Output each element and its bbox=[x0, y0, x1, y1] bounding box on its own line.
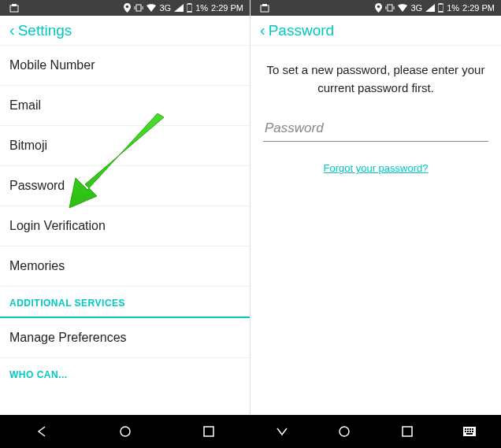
vibrate-icon bbox=[134, 4, 143, 12]
svg-rect-29 bbox=[469, 431, 471, 432]
list-item-email[interactable]: Email bbox=[0, 86, 250, 126]
svg-rect-3 bbox=[136, 5, 141, 11]
svg-rect-24 bbox=[467, 428, 469, 430]
location-icon bbox=[375, 3, 382, 13]
svg-point-11 bbox=[377, 6, 380, 9]
svg-rect-10 bbox=[262, 4, 267, 6]
back-icon[interactable]: ‹ bbox=[257, 21, 269, 39]
svg-point-20 bbox=[340, 427, 349, 436]
vibrate-icon bbox=[385, 4, 395, 12]
nav-recent-icon[interactable] bbox=[202, 424, 216, 439]
navbar-left bbox=[0, 415, 250, 448]
time-label: 2:29 PM bbox=[462, 3, 495, 13]
header-title: Settings bbox=[18, 22, 72, 39]
status-bar: 3G 1% 2:29 PM bbox=[250, 0, 501, 16]
svg-rect-27 bbox=[465, 431, 466, 432]
svg-rect-25 bbox=[469, 428, 471, 430]
battery-icon bbox=[187, 3, 192, 13]
svg-rect-28 bbox=[467, 431, 469, 432]
header: ‹ Settings bbox=[0, 16, 250, 46]
wifi-icon bbox=[147, 4, 156, 12]
section-additional-services: ADDITIONAL SERVICES bbox=[0, 287, 250, 318]
nav-back-icon[interactable] bbox=[275, 424, 289, 439]
screenshot-icon bbox=[257, 3, 269, 13]
svg-rect-9 bbox=[261, 6, 269, 12]
svg-rect-23 bbox=[465, 428, 466, 430]
list-item-password[interactable]: Password bbox=[0, 166, 250, 206]
password-body: To set a new password, please enter your… bbox=[250, 46, 501, 175]
svg-rect-30 bbox=[472, 431, 473, 432]
svg-rect-12 bbox=[388, 5, 392, 11]
svg-rect-17 bbox=[439, 11, 443, 13]
header: ‹ Password bbox=[250, 16, 501, 46]
battery-icon bbox=[438, 3, 443, 13]
nav-back-icon[interactable] bbox=[35, 424, 49, 439]
status-bar: 3G 1% 2:29 PM bbox=[0, 0, 250, 16]
nav-keyboard-icon[interactable] bbox=[462, 424, 477, 439]
settings-list: Mobile Number Email Bitmoji Password Log… bbox=[0, 46, 250, 415]
forgot-password-link[interactable]: Forgot your password? bbox=[324, 162, 429, 174]
svg-rect-0 bbox=[10, 6, 18, 12]
android-navbar bbox=[0, 415, 501, 448]
list-item-mobile-number[interactable]: Mobile Number bbox=[0, 46, 250, 86]
signal-icon bbox=[425, 4, 435, 12]
svg-point-18 bbox=[121, 427, 130, 436]
password-input[interactable] bbox=[263, 116, 488, 142]
svg-rect-8 bbox=[187, 11, 191, 13]
svg-point-2 bbox=[126, 6, 129, 9]
screenshot-icon bbox=[6, 3, 19, 13]
settings-screen: 3G 1% 2:29 PM ‹ Settings Mobile Number E… bbox=[0, 0, 250, 415]
svg-rect-1 bbox=[12, 4, 17, 6]
svg-rect-21 bbox=[403, 427, 412, 436]
wifi-icon bbox=[398, 4, 407, 12]
section-who-can: WHO CAN... bbox=[0, 358, 250, 382]
time-label: 2:29 PM bbox=[211, 3, 243, 13]
list-item-bitmoji[interactable]: Bitmoji bbox=[0, 126, 250, 166]
navbar-right bbox=[250, 415, 501, 448]
svg-rect-26 bbox=[472, 428, 473, 430]
battery-label: 1% bbox=[195, 3, 208, 13]
svg-rect-16 bbox=[440, 3, 442, 5]
list-item-login-verification[interactable]: Login Verification bbox=[0, 206, 250, 246]
battery-label: 1% bbox=[447, 3, 459, 13]
back-icon[interactable]: ‹ bbox=[6, 21, 18, 39]
password-screen: 3G 1% 2:29 PM ‹ Password To set a new pa… bbox=[250, 0, 501, 415]
header-title: Password bbox=[269, 22, 334, 39]
nav-recent-icon[interactable] bbox=[400, 424, 414, 439]
list-item-memories[interactable]: Memories bbox=[0, 246, 250, 287]
network-label: 3G bbox=[410, 3, 422, 13]
nav-home-icon[interactable] bbox=[337, 424, 351, 439]
list-item-manage-preferences[interactable]: Manage Preferences bbox=[0, 318, 250, 358]
password-instruction: To set a new password, please enter your… bbox=[263, 61, 488, 97]
location-icon bbox=[124, 3, 131, 13]
svg-rect-7 bbox=[188, 3, 191, 5]
network-label: 3G bbox=[159, 3, 171, 13]
svg-rect-31 bbox=[466, 433, 473, 435]
signal-icon bbox=[174, 4, 184, 12]
nav-home-icon[interactable] bbox=[118, 424, 132, 439]
svg-rect-19 bbox=[204, 427, 213, 436]
